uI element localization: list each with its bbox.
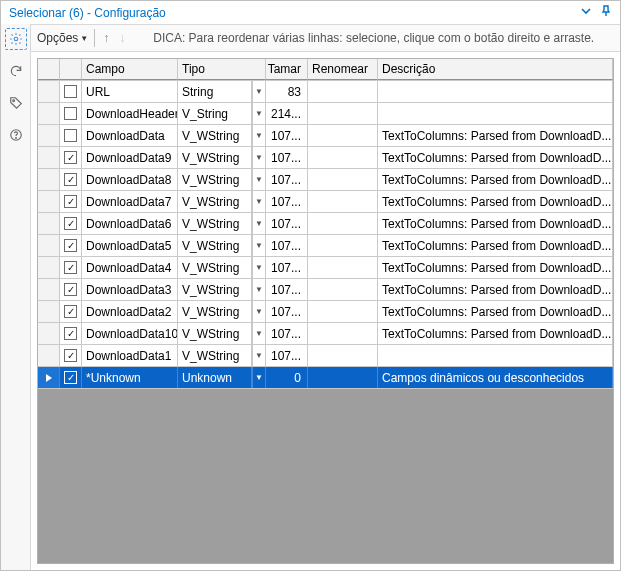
cell-renomear[interactable] (308, 367, 378, 388)
cell-tipo[interactable]: V_WString (178, 323, 252, 344)
cell-tamar[interactable]: 107... (266, 257, 308, 278)
hdr-renomear[interactable]: Renomear (308, 59, 378, 80)
row-checkbox[interactable]: ✓ (60, 279, 82, 300)
cell-renomear[interactable] (308, 147, 378, 168)
row-checkbox[interactable] (60, 81, 82, 102)
cell-campo[interactable]: DownloadData4 (82, 257, 178, 278)
cell-descricao[interactable]: TextToColumns: Parsed from DownloadD... (378, 213, 613, 234)
cell-tipo[interactable]: V_WString (178, 191, 252, 212)
row-checkbox[interactable]: ✓ (60, 147, 82, 168)
cell-descricao[interactable]: TextToColumns: Parsed from DownloadD... (378, 169, 613, 190)
cell-renomear[interactable] (308, 257, 378, 278)
row-checkbox[interactable]: ✓ (60, 191, 82, 212)
table-row[interactable]: URLString▼83 (38, 81, 613, 103)
tipo-dropdown[interactable]: ▼ (252, 147, 266, 168)
cell-campo[interactable]: DownloadData1 (82, 345, 178, 366)
cell-campo[interactable]: URL (82, 81, 178, 102)
cell-descricao[interactable]: TextToColumns: Parsed from DownloadD... (378, 125, 613, 146)
cell-campo[interactable]: DownloadHeaders (82, 103, 178, 124)
table-row[interactable]: ✓*UnknownUnknown▼0Campos dinâmicos ou de… (38, 367, 613, 389)
collapse-icon[interactable] (580, 5, 592, 20)
cell-descricao[interactable] (378, 81, 613, 102)
cell-campo[interactable]: DownloadData (82, 125, 178, 146)
table-row[interactable]: ✓DownloadData2V_WString▼107...TextToColu… (38, 301, 613, 323)
tipo-dropdown[interactable]: ▼ (252, 235, 266, 256)
cell-descricao[interactable]: TextToColumns: Parsed from DownloadD... (378, 301, 613, 322)
cell-tipo[interactable]: V_WString (178, 213, 252, 234)
options-dropdown[interactable]: Opções ▼ (37, 31, 88, 45)
cell-tamar[interactable]: 107... (266, 345, 308, 366)
refresh-icon[interactable] (5, 60, 27, 82)
tipo-dropdown[interactable]: ▼ (252, 279, 266, 300)
table-row[interactable]: ✓DownloadData8V_WString▼107...TextToColu… (38, 169, 613, 191)
cell-tipo[interactable]: V_WString (178, 279, 252, 300)
table-row[interactable]: ✓DownloadData7V_WString▼107...TextToColu… (38, 191, 613, 213)
cell-campo[interactable]: DownloadData2 (82, 301, 178, 322)
tipo-dropdown[interactable]: ▼ (252, 103, 266, 124)
hdr-descricao[interactable]: Descrição (378, 59, 613, 80)
cell-campo[interactable]: DownloadData7 (82, 191, 178, 212)
cell-descricao[interactable]: TextToColumns: Parsed from DownloadD... (378, 235, 613, 256)
row-checkbox[interactable]: ✓ (60, 213, 82, 234)
table-row[interactable]: DownloadHeadersV_String▼214... (38, 103, 613, 125)
tipo-dropdown[interactable]: ▼ (252, 191, 266, 212)
tipo-dropdown[interactable]: ▼ (252, 345, 266, 366)
tipo-dropdown[interactable]: ▼ (252, 81, 266, 102)
row-checkbox[interactable]: ✓ (60, 235, 82, 256)
move-up-button[interactable]: ↑ (101, 31, 111, 45)
tipo-dropdown[interactable]: ▼ (252, 213, 266, 234)
tipo-dropdown[interactable]: ▼ (252, 367, 266, 388)
row-checkbox[interactable]: ✓ (60, 345, 82, 366)
cell-renomear[interactable] (308, 213, 378, 234)
row-checkbox[interactable]: ✓ (60, 169, 82, 190)
table-row[interactable]: ✓DownloadData3V_WString▼107...TextToColu… (38, 279, 613, 301)
hdr-campo[interactable]: Campo (82, 59, 178, 80)
cell-tipo[interactable]: V_WString (178, 235, 252, 256)
cell-campo[interactable]: *Unknown (82, 367, 178, 388)
cell-descricao[interactable]: TextToColumns: Parsed from DownloadD... (378, 257, 613, 278)
table-row[interactable]: ✓DownloadData1V_WString▼107... (38, 345, 613, 367)
cell-tipo[interactable]: V_WString (178, 169, 252, 190)
table-row[interactable]: ✓DownloadData9V_WString▼107...TextToColu… (38, 147, 613, 169)
cell-tamar[interactable]: 107... (266, 169, 308, 190)
cell-tipo[interactable]: V_WString (178, 257, 252, 278)
row-checkbox[interactable] (60, 103, 82, 124)
cell-tamar[interactable]: 107... (266, 147, 308, 168)
cell-tamar[interactable]: 107... (266, 323, 308, 344)
row-checkbox[interactable]: ✓ (60, 367, 82, 388)
cell-tamar[interactable]: 83 (266, 81, 308, 102)
cell-renomear[interactable] (308, 191, 378, 212)
cell-descricao[interactable]: TextToColumns: Parsed from DownloadD... (378, 279, 613, 300)
cell-tamar[interactable]: 107... (266, 235, 308, 256)
cell-renomear[interactable] (308, 323, 378, 344)
cell-renomear[interactable] (308, 279, 378, 300)
cell-renomear[interactable] (308, 169, 378, 190)
cell-tamar[interactable]: 107... (266, 301, 308, 322)
cell-campo[interactable]: DownloadData6 (82, 213, 178, 234)
cell-descricao[interactable]: TextToColumns: Parsed from DownloadD... (378, 191, 613, 212)
hdr-tamar[interactable]: Tamar (266, 59, 308, 80)
cell-renomear[interactable] (308, 81, 378, 102)
cell-tipo[interactable]: Unknown (178, 367, 252, 388)
cell-renomear[interactable] (308, 345, 378, 366)
pin-icon[interactable] (600, 5, 612, 20)
table-row[interactable]: DownloadDataV_WString▼107...TextToColumn… (38, 125, 613, 147)
cell-campo[interactable]: DownloadData3 (82, 279, 178, 300)
row-checkbox[interactable]: ✓ (60, 323, 82, 344)
hdr-tipo[interactable]: Tipo (178, 59, 266, 80)
move-down-button[interactable]: ↓ (117, 31, 127, 45)
row-checkbox[interactable]: ✓ (60, 257, 82, 278)
cell-tipo[interactable]: V_WString (178, 125, 252, 146)
cell-tamar[interactable]: 107... (266, 125, 308, 146)
table-row[interactable]: ✓DownloadData6V_WString▼107...TextToColu… (38, 213, 613, 235)
cell-renomear[interactable] (308, 125, 378, 146)
cell-tipo[interactable]: V_String (178, 103, 252, 124)
cell-descricao[interactable]: TextToColumns: Parsed from DownloadD... (378, 323, 613, 344)
cell-tipo[interactable]: V_WString (178, 147, 252, 168)
cell-campo[interactable]: DownloadData10 (82, 323, 178, 344)
tipo-dropdown[interactable]: ▼ (252, 323, 266, 344)
tipo-dropdown[interactable]: ▼ (252, 257, 266, 278)
cell-tamar[interactable]: 107... (266, 279, 308, 300)
row-checkbox[interactable] (60, 125, 82, 146)
tipo-dropdown[interactable]: ▼ (252, 125, 266, 146)
